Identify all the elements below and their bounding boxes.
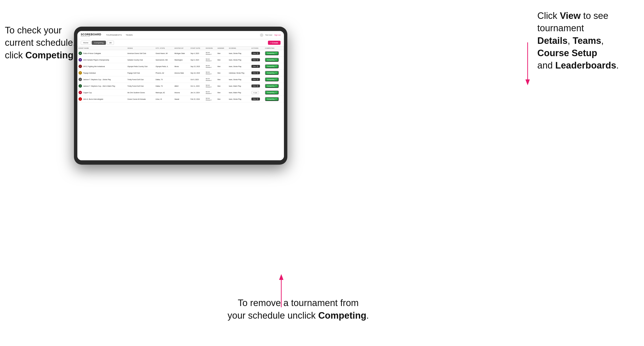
hosted-by-cell: ABAC bbox=[173, 83, 189, 89]
col-competing: COMPETING bbox=[264, 46, 284, 50]
division-cell: NCAADivision I bbox=[205, 96, 216, 102]
actions-cell[interactable]: View i bbox=[250, 63, 264, 70]
annotation-line3-pre: click bbox=[5, 50, 25, 60]
competing-cell[interactable]: Competing ✓ bbox=[264, 96, 284, 102]
competing-cell[interactable]: Competing ✓ bbox=[264, 57, 284, 63]
table-row: I OFCC Fighting Illini Invitational Olym… bbox=[77, 63, 284, 70]
event-name-cell: I OFCC Fighting Illini Invitational bbox=[77, 63, 126, 70]
create-tournament-btn[interactable]: + Create bbox=[268, 41, 280, 45]
competing-badge-btn[interactable]: Competing ✓ bbox=[265, 51, 278, 55]
competing-badge-btn[interactable]: Competing ✓ bbox=[265, 71, 278, 75]
competing-cell[interactable]: Competing ✓ bbox=[264, 70, 284, 76]
start-date-cell: Jan 14, 2024 bbox=[189, 89, 205, 96]
gender-cell: Men bbox=[216, 63, 228, 70]
filter-home-btn[interactable]: Home bbox=[81, 41, 91, 45]
team-logo: M bbox=[78, 52, 82, 55]
col-hosted-by: HOSTED BY bbox=[173, 46, 189, 50]
start-date-cell: Sep 18, 2023 bbox=[189, 70, 205, 76]
view-button[interactable]: View i bbox=[252, 71, 260, 74]
actions-cell[interactable]: View i bbox=[250, 76, 264, 83]
gender-cell: Men bbox=[216, 89, 228, 96]
city-state-cell: Dallas, TX bbox=[154, 76, 173, 83]
venue-cell: Papago Golf Club bbox=[126, 70, 154, 76]
tablet-frame: SCOREBOARD Powered by clipd TOURNAMENTS … bbox=[74, 27, 287, 165]
ann-br-l2: your schedule unclick bbox=[228, 310, 318, 321]
nav-teams[interactable]: TEAMS bbox=[126, 34, 133, 36]
actions-cell[interactable]: ✏ Edit bbox=[250, 89, 264, 96]
event-name-cell: J Jackson T. Stephens Cup – Men's Match … bbox=[77, 83, 126, 89]
col-city-state: CITY, STATE bbox=[154, 46, 173, 50]
event-name-text: Folds of Honor Collegiate bbox=[83, 52, 101, 54]
competing-cell[interactable]: Competing ✓ bbox=[264, 76, 284, 83]
division-cell: NCAADivision I bbox=[205, 63, 216, 70]
view-button[interactable]: View i bbox=[252, 65, 260, 68]
venue-cell: Trinity Forest Golf Club bbox=[126, 76, 154, 83]
nav-tournaments[interactable]: TOURNAMENTS bbox=[106, 34, 122, 36]
actions-cell[interactable]: View i bbox=[250, 57, 264, 63]
competing-badge-btn[interactable]: Competing ✓ bbox=[265, 64, 278, 68]
hosted-by-cell: Illinois bbox=[173, 63, 189, 70]
ann-br-bold: Competing bbox=[318, 310, 366, 321]
table-row: J Jackson T. Stephens Cup – Men's Match … bbox=[77, 83, 284, 89]
tournaments-table: EVENT NAME VENUE CITY, STATE HOSTED BY S… bbox=[77, 46, 284, 102]
col-division: DIVISION bbox=[205, 46, 216, 50]
tablet-screen: SCOREBOARD Powered by clipd TOURNAMENTS … bbox=[77, 31, 284, 160]
view-button[interactable]: View i bbox=[252, 78, 260, 81]
actions-cell[interactable]: View i bbox=[250, 96, 264, 102]
view-button[interactable]: View i bbox=[252, 58, 260, 61]
scoring-cell: team, Match Play bbox=[228, 83, 250, 89]
scoring-cell: team, Stroke Play bbox=[228, 57, 250, 63]
nav-bar: SCOREBOARD Powered by clipd TOURNAMENTS … bbox=[77, 31, 284, 39]
competing-badge-btn[interactable]: Competing ✓ bbox=[265, 58, 278, 62]
scoring-cell: team, Stroke Play bbox=[228, 50, 250, 57]
competing-badge-btn[interactable]: Competing ✓ bbox=[265, 77, 278, 81]
table-row: A Copper Cup Ak-Chin Southern DunesMaric… bbox=[77, 89, 284, 96]
logo-title: SCOREBOARD bbox=[81, 33, 101, 36]
col-scoring: SCORING bbox=[228, 46, 250, 50]
ann-tr-l6suf: . bbox=[616, 60, 619, 70]
ann-tr-pre: Click bbox=[537, 11, 560, 21]
filter-all-btn[interactable]: All bbox=[107, 41, 114, 45]
competing-cell[interactable]: Competing ✓ bbox=[264, 50, 284, 57]
ann-tr-l5: Course Setup bbox=[537, 48, 597, 58]
view-button[interactable]: View i bbox=[252, 52, 260, 55]
competing-cell[interactable]: Competing ✓ bbox=[264, 83, 284, 89]
arrow-tr-svg bbox=[523, 42, 532, 86]
event-name-text: 2023 Sahalee Players Championship bbox=[83, 59, 109, 61]
competing-badge-btn[interactable]: Competing ✓ bbox=[265, 91, 278, 94]
gender-cell: Men bbox=[216, 70, 228, 76]
nav-signout[interactable]: Sign out bbox=[274, 34, 280, 36]
competing-cell[interactable]: Competing ✓ bbox=[264, 89, 284, 96]
competing-badge-btn[interactable]: Competing ✓ bbox=[265, 84, 278, 88]
team-logo: W bbox=[78, 58, 82, 61]
event-name-cell: W 2023 Sahalee Players Championship bbox=[77, 57, 126, 63]
annotation-line1: To check your bbox=[5, 25, 62, 35]
actions-cell[interactable]: View i bbox=[250, 50, 264, 57]
competing-cell[interactable]: Competing ✓ bbox=[264, 63, 284, 70]
actions-cell[interactable]: View i bbox=[250, 70, 264, 76]
actions-cell[interactable]: View i bbox=[250, 83, 264, 89]
city-state-cell: Grand Haven, MI bbox=[154, 50, 173, 57]
logo-sub: Powered by clipd bbox=[81, 36, 101, 37]
view-button[interactable]: View i bbox=[252, 84, 260, 87]
edit-button[interactable]: ✏ Edit bbox=[252, 91, 259, 94]
view-button[interactable]: View i bbox=[252, 98, 260, 101]
filter-competing-btn[interactable]: Competing bbox=[92, 41, 106, 45]
event-name-text: Jackson T. Stephens Cup – Men's Match Pl… bbox=[83, 85, 115, 87]
col-event-name: EVENT NAME bbox=[77, 46, 126, 50]
ann-br-l1: To remove a tournament from bbox=[238, 298, 358, 308]
venue-cell: Olympia Fields Country Club bbox=[126, 63, 154, 70]
nav-user: Test User bbox=[265, 34, 272, 36]
venue-cell: Ocean Course At Hokuala bbox=[126, 96, 154, 102]
nav-avatar bbox=[260, 33, 263, 37]
gender-cell: Men bbox=[216, 50, 228, 57]
division-cell: NCAADivision I bbox=[205, 70, 216, 76]
event-name-text: OFCC Fighting Illini Invitational bbox=[83, 66, 105, 67]
gender-cell: Men bbox=[216, 76, 228, 83]
ann-tr-l3: Details bbox=[537, 36, 568, 46]
competing-badge-btn[interactable]: Competing ✓ bbox=[265, 97, 278, 101]
col-actions: ACTIONS bbox=[250, 46, 264, 50]
team-logo: J bbox=[78, 78, 82, 81]
city-state-cell: Lihue, HI bbox=[154, 96, 173, 102]
table-row: W 2023 Sahalee Players Championship Saha… bbox=[77, 57, 284, 63]
